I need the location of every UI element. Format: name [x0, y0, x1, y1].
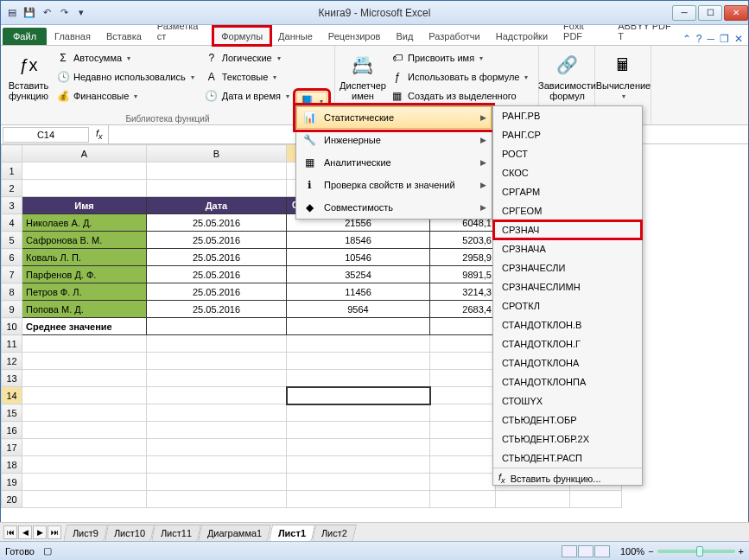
row-header[interactable]: 3 — [2, 197, 22, 214]
row-header[interactable]: 1 — [2, 162, 22, 180]
func-item[interactable]: СРОТКЛ — [493, 296, 642, 315]
row-header[interactable]: 9 — [2, 301, 22, 318]
insert-function-link[interactable]: fxВставить функцию... — [493, 468, 642, 488]
func-item[interactable]: СТОШYX — [493, 391, 642, 410]
row-header[interactable]: 14 — [2, 387, 22, 404]
financial-button[interactable]: 💰Финансовые▾ — [53, 87, 198, 105]
col-header-A[interactable]: A — [22, 145, 147, 162]
func-item[interactable]: РАНГ.РВ — [493, 106, 642, 125]
sheet-nav-prev-icon[interactable]: ◀ — [18, 525, 32, 539]
view-normal-icon[interactable] — [562, 545, 577, 557]
view-layout-icon[interactable] — [578, 545, 593, 557]
help-icon[interactable]: ? — [696, 33, 702, 45]
formula-auditing-button[interactable]: 🔗Зависимости формул▾ — [546, 49, 587, 112]
autosum-button[interactable]: ΣАвтосумма▾ — [53, 49, 198, 67]
sheet-tab[interactable]: Лист9 — [63, 525, 108, 541]
func-item-average[interactable]: СРЗНАЧ — [493, 220, 642, 239]
row-header[interactable]: 2 — [2, 180, 22, 197]
tab-review[interactable]: Рецензиров — [321, 27, 389, 45]
qat-more-icon[interactable]: ▾ — [73, 5, 89, 21]
row-header[interactable]: 4 — [2, 214, 22, 232]
func-item[interactable]: СРГЕОМ — [493, 201, 642, 220]
fx-button-icon[interactable]: fx — [96, 128, 103, 141]
use-in-formula-button[interactable]: ƒИспользовать в формуле▾ — [387, 68, 532, 86]
maximize-button[interactable]: ☐ — [698, 5, 722, 21]
tab-home[interactable]: Главная — [47, 27, 98, 45]
row-header[interactable]: 15 — [2, 404, 22, 422]
row-header[interactable]: 17 — [2, 439, 22, 456]
cell-name[interactable]: Сафронова В. М. — [22, 232, 147, 249]
tab-formulas[interactable]: Формулы — [213, 27, 270, 45]
sheet-tab[interactable]: Лист11 — [151, 525, 201, 541]
submenu-information[interactable]: ℹПроверка свойств и значений▶ — [296, 174, 492, 196]
logical-button[interactable]: ?Логические▾ — [201, 49, 293, 67]
row-header[interactable]: 13 — [2, 370, 22, 387]
func-item[interactable]: РАНГ.СР — [493, 125, 642, 144]
tab-insert[interactable]: Вставка — [98, 27, 149, 45]
func-item[interactable]: СТАНДОТКЛОН.Г — [493, 334, 642, 353]
func-item[interactable]: СКОС — [493, 163, 642, 182]
doc-restore-icon[interactable]: ❐ — [720, 33, 729, 45]
zoom-slider[interactable] — [657, 550, 735, 553]
func-item[interactable]: СТЬЮДЕНТ.РАСП — [493, 449, 642, 468]
sheet-nav-first-icon[interactable]: ⏮ — [3, 525, 17, 539]
selected-cell[interactable] — [287, 387, 430, 404]
func-item[interactable]: СРГАРМ — [493, 182, 642, 201]
calculation-button[interactable]: 🖩Вычисление▾ — [602, 49, 644, 112]
close-button[interactable]: ✕ — [724, 5, 748, 21]
file-tab[interactable]: Файл — [3, 28, 47, 45]
datetime-button[interactable]: 🕒Дата и время▾ — [201, 87, 293, 105]
row-header[interactable]: 7 — [2, 266, 22, 283]
func-item[interactable]: СРЗНАЧЕСЛИМН — [493, 277, 642, 296]
row-header[interactable]: 5 — [2, 232, 22, 249]
macro-record-icon[interactable]: ▢ — [43, 545, 52, 557]
row-header[interactable]: 6 — [2, 249, 22, 266]
cell-name[interactable]: Николаев А. Д. — [22, 214, 147, 232]
undo-icon[interactable]: ↶ — [39, 5, 54, 21]
assign-name-button[interactable]: 🏷Присвоить имя▾ — [387, 49, 532, 67]
redo-icon[interactable]: ↷ — [56, 5, 72, 21]
cell-date[interactable]: 25.05.2016 — [147, 214, 287, 232]
sheet-tab-active[interactable]: Лист1 — [269, 525, 315, 541]
zoom-out-icon[interactable]: − — [648, 546, 653, 557]
save-icon[interactable]: 💾 — [22, 5, 37, 21]
row-header[interactable]: 19 — [2, 474, 22, 491]
row-header[interactable]: 8 — [2, 283, 22, 301]
table-header-date[interactable]: Дата — [147, 197, 287, 214]
insert-function-button[interactable]: ƒx Вставить функцию — [8, 49, 49, 112]
row-header[interactable]: 16 — [2, 422, 22, 439]
view-pagebreak-icon[interactable] — [594, 545, 610, 557]
table-header-name[interactable]: Имя — [22, 197, 147, 214]
row-header[interactable]: 20 — [2, 491, 22, 508]
zoom-in-icon[interactable]: + — [739, 546, 744, 557]
text-button[interactable]: AТекстовые▾ — [201, 68, 293, 86]
select-all-corner[interactable] — [2, 145, 22, 162]
row-header[interactable]: 10 — [2, 318, 22, 335]
doc-minimize-icon[interactable]: ─ — [707, 33, 714, 45]
cell-name[interactable]: Коваль Л. П. — [22, 249, 147, 266]
submenu-cube[interactable]: ▦Аналитические▶ — [296, 151, 492, 174]
func-item[interactable]: СРЗНАЧА — [493, 239, 642, 258]
zoom-level[interactable]: 100% — [620, 546, 644, 557]
submenu-engineering[interactable]: 🔧Инженерные▶ — [296, 129, 492, 151]
tab-developer[interactable]: Разработчи — [421, 27, 487, 45]
row-header[interactable]: 18 — [2, 456, 22, 474]
cell-name[interactable]: Петров Ф. Л. — [22, 283, 147, 301]
col-header-B[interactable]: B — [147, 145, 287, 162]
create-from-selection-button[interactable]: ▦Создать из выделенного — [387, 87, 532, 105]
func-item[interactable]: СТАНДОТКЛОНА — [493, 353, 642, 372]
submenu-statistical[interactable]: 📊Статистические▶ — [296, 106, 492, 129]
submenu-compatibility[interactable]: ◆Совместимость▶ — [296, 196, 492, 219]
row-header[interactable]: 11 — [2, 335, 22, 353]
sheet-tab[interactable]: Лист10 — [105, 525, 155, 541]
func-item[interactable]: СРЗНАЧЕСЛИ — [493, 258, 642, 277]
tab-view[interactable]: Вид — [388, 27, 421, 45]
name-box[interactable]: C14 — [3, 127, 89, 143]
sheet-tab[interactable]: Лист2 — [312, 525, 357, 541]
cell-avg-label[interactable]: Среднее значение — [22, 318, 147, 335]
cell-name[interactable]: Попова М. Д. — [22, 301, 147, 318]
sheet-tab[interactable]: Диаграмма1 — [198, 525, 271, 541]
func-item[interactable]: СТАНДОТКЛОН.В — [493, 315, 642, 334]
func-item[interactable]: СТАНДОТКЛОНПА — [493, 372, 642, 391]
func-item[interactable]: СТЬЮДЕНТ.ОБР — [493, 410, 642, 430]
